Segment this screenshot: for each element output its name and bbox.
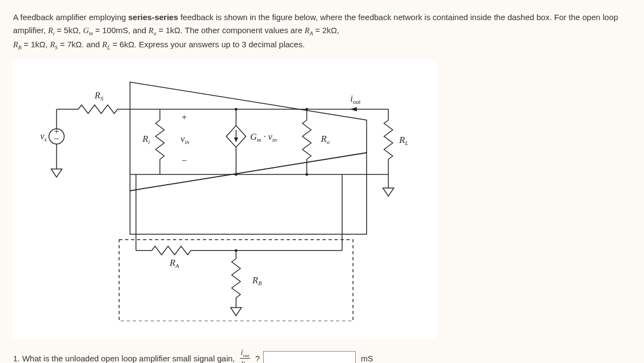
intro-prefix: A feedback amplifier employing xyxy=(13,12,128,22)
svg-text:+: + xyxy=(182,112,187,122)
feedback-type: series-series xyxy=(128,12,178,22)
Gm-sub: m xyxy=(89,30,93,36)
circuit-figure: + − vs RS Ri + vin − Gm · vin xyxy=(13,60,437,339)
q1-text: 1. What is the unloaded open loop amplif… xyxy=(13,354,235,363)
svg-marker-33 xyxy=(350,107,357,111)
svg-text:Ri: Ri xyxy=(142,134,150,145)
svg-text:−: − xyxy=(54,134,59,144)
RL-sym: R xyxy=(102,40,107,49)
Ri-sym: R xyxy=(48,26,53,35)
svg-marker-55 xyxy=(231,308,242,316)
svg-marker-41 xyxy=(383,188,394,196)
svg-text:RA: RA xyxy=(169,258,179,269)
RB-sym: R xyxy=(13,40,18,49)
svg-marker-19 xyxy=(234,137,238,142)
svg-text:vs: vs xyxy=(40,131,47,142)
circuit-svg: + − vs RS Ri + vin − Gm · vin xyxy=(18,66,421,321)
svg-point-24 xyxy=(235,108,238,110)
Gm-val: = 100mS, and xyxy=(93,26,148,35)
Gm-sym: G xyxy=(83,26,89,35)
svg-marker-1 xyxy=(130,153,367,234)
Ro-sym: R xyxy=(148,26,153,35)
problem-statement: A feedback amplifier employing series-se… xyxy=(13,11,631,53)
q1-fraction: iout vin xyxy=(240,349,251,363)
RL-val: = 6kΩ. Express your answers up to 3 deci… xyxy=(110,40,305,49)
q1-unit: mS xyxy=(361,354,374,363)
svg-point-30 xyxy=(235,173,238,176)
svg-text:RS: RS xyxy=(94,90,103,102)
svg-text:iout: iout xyxy=(350,93,361,105)
Ro-val: = 1kΩ. The other component values are xyxy=(156,26,305,35)
svg-text:Ro: Ro xyxy=(320,134,330,145)
svg-text:RL: RL xyxy=(399,135,408,146)
svg-text:−: − xyxy=(182,155,187,166)
RS-sym: R xyxy=(50,40,55,49)
question-1: 1. What is the unloaded open loop amplif… xyxy=(13,349,631,363)
RA-sym: R xyxy=(305,26,309,35)
RS-val: = 7kΩ. and xyxy=(58,40,102,49)
svg-marker-45 xyxy=(51,169,62,177)
svg-point-31 xyxy=(306,173,308,176)
svg-text:RB: RB xyxy=(252,275,262,286)
RA-val: = 2kΩ, xyxy=(313,26,339,35)
svg-text:vin: vin xyxy=(181,134,190,145)
q1-answer-input[interactable] xyxy=(263,351,356,363)
RB-val: = 1kΩ, xyxy=(21,40,50,49)
Ri-val: = 5kΩ, xyxy=(54,26,83,35)
q1-qmark: ? xyxy=(255,354,259,363)
svg-text:Gm · vin: Gm · vin xyxy=(250,132,277,143)
